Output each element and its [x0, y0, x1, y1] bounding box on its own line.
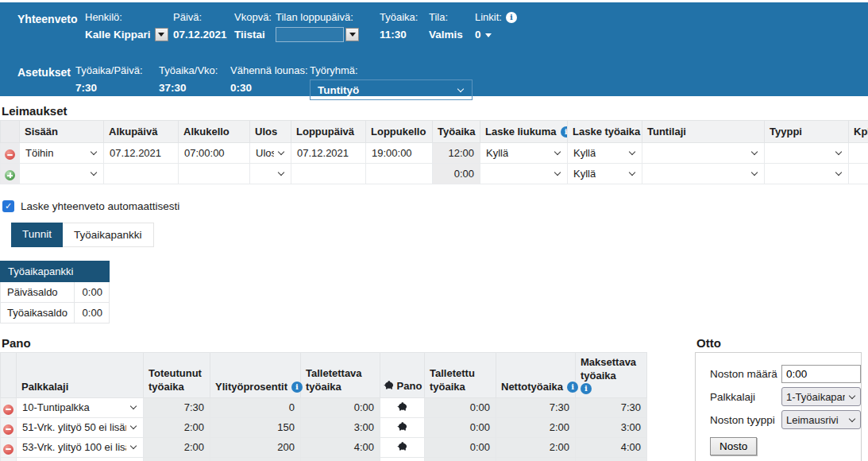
alkukello-cell[interactable]: 07:00:00: [179, 143, 250, 164]
delete-row-icon[interactable]: [3, 444, 14, 455]
info-icon[interactable]: [506, 12, 517, 23]
palkkalaji-select[interactable]: 10-Tuntipalkka: [22, 398, 137, 417]
tyoaikasaldo-value: 0:00: [74, 303, 109, 323]
chevron-down-icon: [849, 392, 855, 398]
chevron-down-icon: [91, 169, 97, 176]
tuntilaji-select[interactable]: [648, 143, 758, 163]
add-row-icon[interactable]: [5, 170, 15, 180]
ylityoprosentit-cell: 0: [210, 457, 301, 461]
chevron-down-icon: [835, 149, 842, 155]
henkilo-value: Kalle Kippari: [85, 29, 151, 41]
bank-table: Työaikapankki Päiväsaldo 0:00 Työaikasal…: [0, 261, 110, 323]
tila-value: Valmis: [429, 29, 463, 41]
col-palkkalaji: Palkkalaji: [17, 353, 144, 398]
talletettu-cell: 0:00: [425, 417, 496, 437]
alkupaiva-cell[interactable]: 07.12.2021: [104, 143, 179, 164]
leimaus-row: 0:00 Kyllä: [1, 164, 868, 184]
palkkalaji-select[interactable]: [22, 458, 137, 461]
otto-panel: Noston määrä Palkkalaji 1-Työaikapan Nos…: [695, 352, 862, 461]
col-laske-liukuma: Laske liukuma: [480, 121, 568, 143]
laske-liukuma-select[interactable]: Kyllä: [486, 143, 561, 163]
loppupaiva-cell[interactable]: [291, 164, 366, 184]
row-action-column-header: [1, 121, 20, 143]
kpl-cell[interactable]: [849, 164, 868, 184]
ulos-select[interactable]: [256, 164, 285, 184]
info-icon[interactable]: [561, 126, 568, 138]
loppukello-cell[interactable]: [366, 164, 433, 184]
info-icon[interactable]: [581, 383, 592, 394]
nettotyoaika-cell: 2:00: [496, 437, 576, 457]
field-linkit: Linkit: 0: [475, 11, 517, 41]
tyoaika-value: 11:30: [380, 29, 407, 41]
summary-header: Yhteenveto Henkilö: Kalle Kippari Päivä:…: [0, 2, 868, 96]
tab-tunnit[interactable]: Tunnit: [11, 223, 63, 247]
auto-calc-row: Laske yhteenveto automaattisesti: [2, 200, 868, 212]
laske-tyoaika-select[interactable]: Kyllä: [573, 164, 636, 184]
chevron-down-icon: [629, 149, 635, 155]
tuntilaji-select[interactable]: [648, 164, 758, 184]
talletettu-cell: 0:00: [425, 457, 496, 461]
checkbox-checked-icon[interactable]: [2, 200, 14, 212]
tabs: Tunnit Työaikapankki: [11, 223, 868, 247]
field-vkopva: Vkopvä: Tiistai: [234, 11, 272, 41]
noston-maara-input[interactable]: [781, 365, 861, 383]
delete-row-icon[interactable]: [5, 149, 15, 160]
sisaan-select[interactable]: [25, 164, 98, 184]
delete-row-icon[interactable]: [3, 424, 14, 435]
field-tyoaika: Työaika: 11:30: [380, 11, 418, 41]
settings-title: Asetukset: [17, 66, 71, 79]
toteutunut-cell: 7:30: [144, 397, 210, 417]
alkupaiva-cell[interactable]: [104, 164, 179, 184]
linkit-value: 0: [475, 29, 481, 41]
chevron-down-icon: [130, 403, 137, 409]
palkkalaji-select[interactable]: 51-Vrk. ylityö 50 ei lisär: [22, 418, 137, 437]
vahenna-lounas-label: Vähennä lounas:: [230, 64, 308, 76]
loppupaiva-cell[interactable]: 07.12.2021: [291, 143, 366, 164]
chevron-down-icon: [554, 169, 561, 176]
col-kpl: Kpl: [849, 121, 868, 143]
pano-deposit-button[interactable]: [396, 401, 408, 414]
otto-palkkalaji-label: Palkkalaji: [710, 391, 781, 403]
col-tyyppi: Tyyppi: [765, 121, 849, 143]
field-tilan-loppupaiva: Tilan loppupäivä:: [276, 11, 359, 42]
col-talletettava: Talletettava työaika: [301, 353, 380, 398]
col-alkupaiva: Alkupäivä: [104, 121, 179, 143]
tyyppi-select[interactable]: [770, 164, 843, 184]
laske-liukuma-select[interactable]: [486, 164, 561, 184]
chevron-down-icon: [849, 415, 855, 421]
col-loppupaiva: Loppupäivä: [291, 121, 366, 143]
laske-tyoaika-select[interactable]: Kyllä: [573, 143, 636, 163]
piggy-bank-icon: [383, 380, 395, 394]
pano-deposit-button[interactable]: [396, 421, 408, 434]
field-tila: Tila: Valmis: [429, 11, 463, 41]
linkit-dropdown[interactable]: 0: [475, 27, 517, 41]
delete-row-icon[interactable]: [3, 405, 14, 415]
ulos-select[interactable]: Ulos: [256, 143, 285, 163]
toteutunut-cell: 2:00: [144, 437, 210, 457]
tyoaika-paiva-value: 7:30: [75, 82, 97, 94]
tilan-loppupaiva-input[interactable]: [276, 27, 344, 42]
henkilo-dropdown-button[interactable]: [155, 28, 168, 41]
tyoryhma-select[interactable]: Tuntityö: [310, 79, 473, 100]
maksettava-cell: 7:30: [576, 397, 647, 417]
noston-tyyppi-select[interactable]: Leimausrivi: [781, 410, 861, 429]
palkkalaji-select[interactable]: 53-Vrk. ylityö 100 ei lisä: [22, 438, 137, 457]
col-laske-tyoaika: Laske työaika: [568, 121, 642, 143]
tilan-loppupaiva-dropdown-button[interactable]: [345, 28, 359, 41]
pano-row: 51-Vrk. ylityö 50 ei lisär 2:00 150 3:00…: [1, 417, 647, 437]
nosto-button[interactable]: Nosto: [710, 437, 757, 455]
leimaus-row: Töihin 07.12.2021 07:00:00 Ulos 07.12.20…: [1, 143, 868, 164]
alkukello-cell[interactable]: [179, 164, 250, 184]
otto-palkkalaji-select[interactable]: 1-Työaikapan: [781, 387, 861, 406]
loppukello-cell[interactable]: 19:00:00: [366, 143, 433, 164]
paivasaldo-value: 0:00: [74, 282, 109, 303]
tab-tyoaikapankki[interactable]: Työaikapankki: [63, 223, 154, 247]
sisaan-select[interactable]: Töihin: [25, 143, 98, 163]
talletettava-cell: 0:00: [301, 397, 380, 417]
chevron-down-icon: [554, 149, 561, 155]
pano-deposit-button[interactable]: [396, 441, 408, 454]
tyyppi-select[interactable]: [770, 143, 843, 163]
vkopva-label: Vkopvä:: [234, 11, 272, 23]
kpl-cell[interactable]: [849, 143, 868, 164]
pano-row: 53-Vrk. ylityö 100 ei lisä 2:00 200 4:00…: [1, 437, 647, 457]
